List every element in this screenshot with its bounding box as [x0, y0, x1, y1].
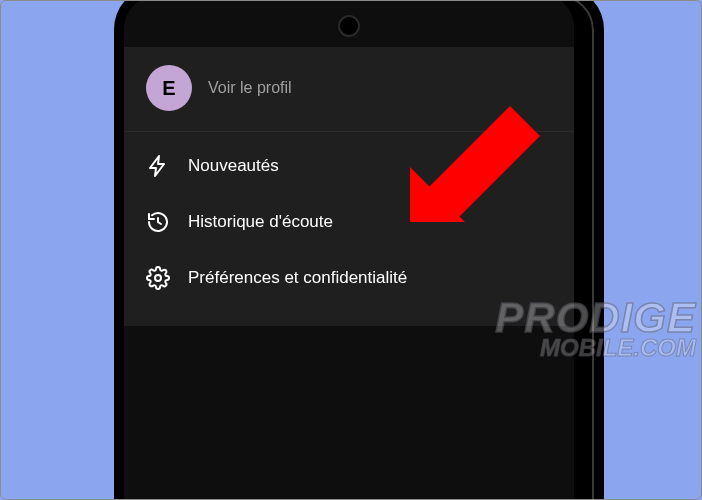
drawer-panel: E Voir le profil Nouveautés Historique d… [124, 47, 574, 326]
lightning-icon [146, 154, 170, 178]
menu-item-label: Nouveautés [188, 156, 279, 176]
profile-section[interactable]: E Voir le profil [124, 47, 574, 131]
watermark-line1: PRODIGE [495, 300, 696, 336]
watermark: PRODIGE MOBILE.COM [495, 300, 696, 358]
history-icon [146, 210, 170, 234]
front-camera [338, 15, 360, 37]
gear-icon [146, 266, 170, 290]
menu-item-news[interactable]: Nouveautés [124, 138, 574, 194]
svg-point-7 [155, 275, 161, 281]
divider [124, 131, 574, 132]
menu-item-history[interactable]: Historique d'écoute [124, 194, 574, 250]
avatar: E [146, 65, 192, 111]
menu-item-label: Historique d'écoute [188, 212, 333, 232]
phone-screen: 10:45 4G+ [124, 0, 574, 500]
phone-frame: 10:45 4G+ [114, 0, 604, 500]
view-profile-label: Voir le profil [208, 79, 292, 97]
menu-item-label: Préférences et confidentialité [188, 268, 407, 288]
